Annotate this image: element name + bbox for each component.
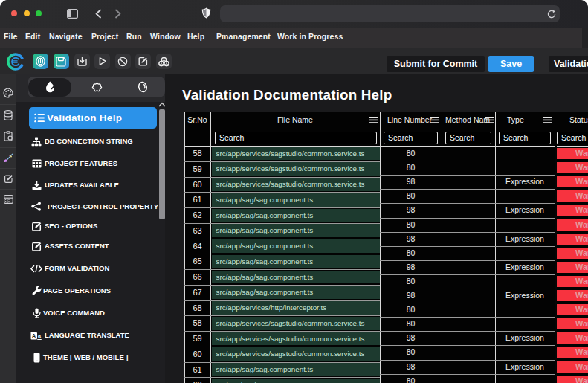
svg-text:A: A [32, 333, 36, 338]
svg-text:a: a [38, 333, 41, 338]
